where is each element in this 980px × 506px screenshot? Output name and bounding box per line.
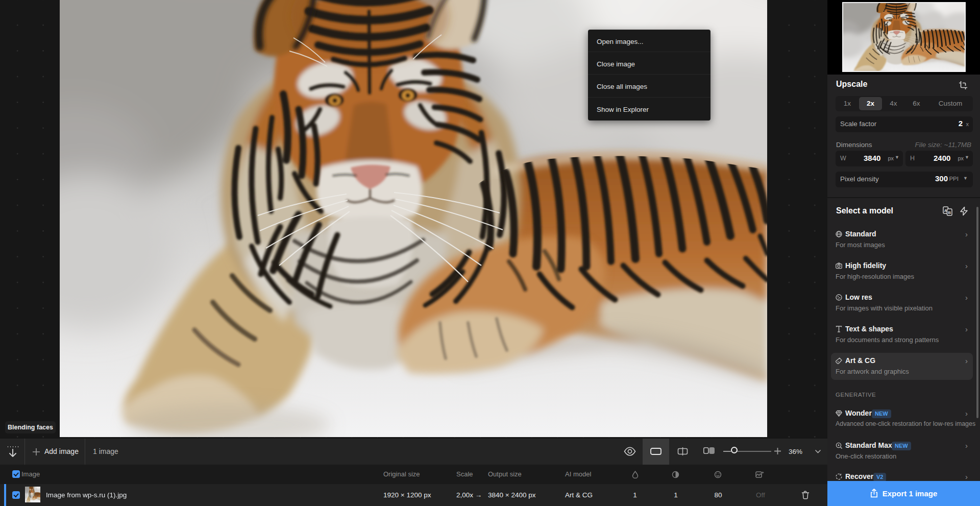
- svg-text:B: B: [948, 210, 951, 215]
